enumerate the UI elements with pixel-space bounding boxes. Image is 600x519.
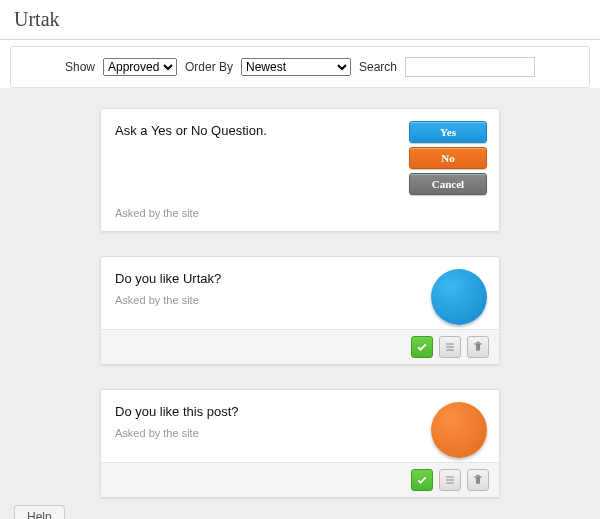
help-tab[interactable]: Help — [14, 505, 65, 519]
question-card: Do you like this post? Asked by the site — [100, 389, 500, 498]
delete-button[interactable] — [467, 469, 489, 491]
filter-bar: Show Approved Order By Newest Search — [10, 46, 590, 88]
ask-question-card: Ask a Yes or No Question. Yes No Cancel … — [100, 108, 500, 232]
orderby-select[interactable]: Newest — [241, 58, 351, 76]
question-meta: Asked by the site — [115, 286, 221, 318]
ask-meta: Asked by the site — [101, 199, 499, 231]
delete-button[interactable] — [467, 336, 489, 358]
yes-button[interactable]: Yes — [409, 121, 487, 143]
app-title: Urtak — [0, 0, 600, 40]
show-select[interactable]: Approved — [103, 58, 177, 76]
results-pie-icon[interactable] — [431, 269, 487, 325]
search-label: Search — [359, 60, 397, 74]
no-button[interactable]: No — [409, 147, 487, 169]
question-text: Do you like Urtak? — [115, 269, 221, 286]
list-icon — [444, 474, 456, 486]
cancel-button[interactable]: Cancel — [409, 173, 487, 195]
archive-button[interactable] — [439, 336, 461, 358]
trash-icon — [472, 474, 484, 486]
results-pie-icon[interactable] — [431, 402, 487, 458]
question-card: Do you like Urtak? Asked by the site — [100, 256, 500, 365]
orderby-label: Order By — [185, 60, 233, 74]
approve-button[interactable] — [411, 336, 433, 358]
check-icon — [416, 474, 428, 486]
question-text: Do you like this post? — [115, 402, 239, 419]
question-meta: Asked by the site — [115, 419, 239, 451]
work-area: Ask a Yes or No Question. Yes No Cancel … — [0, 88, 600, 519]
show-label: Show — [65, 60, 95, 74]
check-icon — [416, 341, 428, 353]
archive-button[interactable] — [439, 469, 461, 491]
approve-button[interactable] — [411, 469, 433, 491]
ask-prompt[interactable]: Ask a Yes or No Question. — [115, 121, 267, 195]
search-input[interactable] — [405, 57, 535, 77]
trash-icon — [472, 341, 484, 353]
list-icon — [444, 341, 456, 353]
